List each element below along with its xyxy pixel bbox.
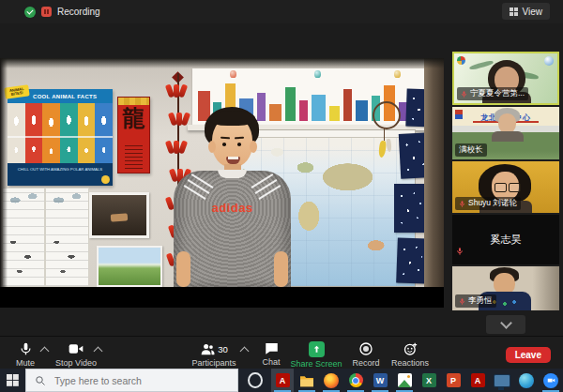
- animal-poster-footer: CHILL OUT WITH AMAZING POLAR ANIMALS: [8, 163, 113, 186]
- more-participants-button[interactable]: [486, 315, 525, 334]
- search-input[interactable]: [53, 374, 229, 387]
- boy-speaker: adidas: [174, 105, 291, 287]
- stop-video-button[interactable]: Stop Video: [40, 341, 112, 368]
- boy-fringe: [209, 111, 255, 126]
- classroom-scene: ANIMAL BITES! COOL ANIMAL FACTS CHILL OU…: [0, 58, 444, 287]
- chat-bubble-icon: [265, 341, 279, 355]
- share-screen-icon: [309, 341, 325, 357]
- dinosaur-chart: [2, 188, 45, 287]
- meeting-toolbar: Mute Stop Video 30 Participants Chat Sha…: [0, 336, 563, 369]
- my-computer-icon[interactable]: [491, 369, 513, 392]
- participant-tile-5[interactable]: 李勇恒: [452, 266, 559, 310]
- edge-icon[interactable]: [515, 369, 538, 392]
- small-calligraphy-lines: [125, 144, 144, 169]
- camp-logo-icon: [457, 56, 465, 65]
- animal-facts-poster: ANIMAL BITES! COOL ANIMAL FACTS CHILL OU…: [8, 89, 113, 186]
- meeting-top-bar: Recording View: [0, 0, 563, 23]
- shirt-brand-text: adidas: [174, 201, 291, 215]
- muted-mic-icon: [461, 90, 467, 98]
- record-icon: [358, 341, 373, 356]
- chinese-calligraphy-poster: 龍: [117, 97, 150, 173]
- mars-rover-poster: [89, 192, 149, 238]
- hot-air-balloon-graphic: [314, 70, 321, 78]
- taskbar-search[interactable]: [25, 369, 238, 392]
- muted-mic-icon: [459, 200, 465, 208]
- dragon-character: 龍: [118, 107, 149, 129]
- glasses-graphic: [495, 183, 521, 192]
- smiley-plus-icon: [403, 341, 418, 356]
- encryption-shield-icon[interactable]: [24, 7, 36, 18]
- constellation-poster: [396, 237, 427, 283]
- participant-name-text: 奚志昊: [452, 233, 559, 247]
- excel-icon[interactable]: X: [418, 369, 440, 392]
- door-edge: [424, 58, 444, 287]
- participant-name-tag: 李勇恒: [455, 294, 496, 308]
- chevron-down-icon: [500, 317, 512, 329]
- participant-tile-4[interactable]: 奚志昊: [452, 215, 559, 264]
- hot-air-balloon-graphic: [230, 70, 236, 78]
- view-button[interactable]: View: [502, 3, 551, 20]
- recording-indicator-icon[interactable]: [41, 7, 52, 17]
- zoom-app-icon[interactable]: [540, 369, 562, 392]
- landscape-poster: [97, 246, 162, 287]
- dreamcatcher-string: [384, 128, 385, 141]
- chrome-icon[interactable]: [344, 369, 367, 392]
- muted-mic-icon: [456, 247, 464, 256]
- search-icon: [35, 375, 46, 386]
- firefox-icon[interactable]: [320, 369, 342, 392]
- participants-count: 30: [218, 344, 228, 354]
- photos-icon[interactable]: [393, 369, 416, 392]
- recording-label: Recording: [57, 7, 100, 17]
- hot-air-balloon-graphic: [394, 70, 401, 78]
- acrobat-icon[interactable]: A: [466, 369, 489, 392]
- participant-tile-1[interactable]: 宁夏夏令营第...: [452, 52, 559, 105]
- participants-icon: [200, 342, 216, 356]
- leave-button[interactable]: Leave: [506, 347, 551, 363]
- windows-taskbar: A W X P A: [0, 369, 563, 392]
- main-video[interactable]: ANIMAL BITES! COOL ANIMAL FACTS CHILL OU…: [0, 58, 444, 308]
- dreamcatcher-icon: [373, 101, 401, 129]
- word-icon[interactable]: W: [369, 369, 391, 392]
- reactions-button[interactable]: Reactions: [374, 341, 446, 368]
- view-label: View: [523, 7, 543, 17]
- participant-tile-2[interactable]: 龙北中文中心 满校长: [452, 107, 559, 159]
- participant-tile-3[interactable]: Shuyu 刘诺轮: [452, 161, 559, 213]
- participant-name-tag: Shuyu 刘诺轮: [455, 197, 521, 210]
- chili-cluster: [167, 84, 186, 100]
- grid-view-icon: [510, 8, 518, 16]
- file-explorer-icon[interactable]: [296, 369, 318, 392]
- participant-name-tag: 满校长: [455, 143, 487, 157]
- dinosaur-chart: [45, 188, 89, 287]
- start-button[interactable]: [0, 369, 25, 392]
- windows-logo-icon: [7, 374, 19, 386]
- video-camera-icon: [68, 341, 84, 356]
- penguin-columns-graphic: [8, 103, 113, 163]
- animal-poster-title: COOL ANIMAL FACTS: [8, 89, 113, 103]
- school-logo-icon: [455, 110, 463, 119]
- balloon-logo-icon: [544, 56, 554, 66]
- participant-name-tag: 宁夏夏令营第...: [457, 87, 528, 100]
- recording-status: Recording: [24, 0, 100, 23]
- microphone-icon: [19, 341, 33, 356]
- cortana-icon[interactable]: [248, 372, 263, 388]
- poster-sticker: [101, 175, 110, 184]
- acrobat-taskbar-icon[interactable]: A: [271, 369, 294, 392]
- powerpoint-icon[interactable]: P: [442, 369, 464, 392]
- constellation-poster: [394, 184, 425, 233]
- muted-mic-icon: [459, 297, 465, 306]
